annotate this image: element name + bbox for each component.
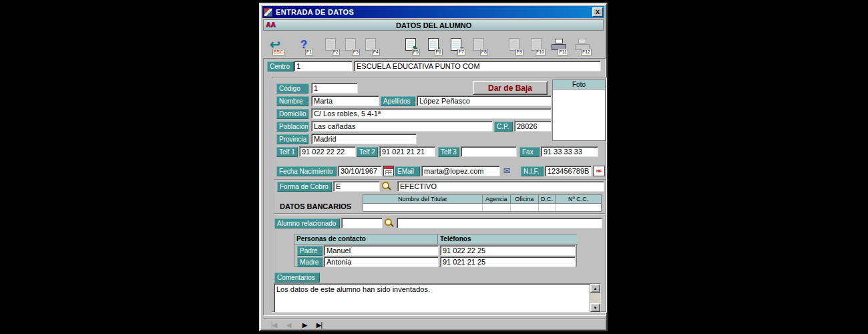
title-bar[interactable]: ENTRADA DE DATOS X [262,6,604,18]
edit-record-button[interactable]: ✎ F5 [401,33,421,55]
app-window: ENTRADA DE DATOS X AA DATOS DEL ALUMNO ↩… [259,3,608,331]
fecha-nacimiento-field[interactable]: 30/10/1967 [338,166,382,176]
bank-header-row: Nombre del Titular Agencia Oficina D.C. … [363,194,602,203]
toolbar-f8-button: F8 [469,33,489,55]
bank-ncc-cell[interactable] [556,204,601,211]
last-record-button[interactable]: ▶| [312,320,326,330]
bank-oficina-cell[interactable] [511,204,539,211]
exit-button[interactable]: ↩ ESC [265,33,285,55]
datos-bancarios-label: DATOS BANCARIOS [280,202,351,210]
student-panel: Código 1 Dar de Baja Foto Nombre Marta A… [272,77,606,312]
nif-icon[interactable]: NIF [593,166,605,176]
help-button[interactable]: ? F1 [294,33,314,55]
toolbar: ↩ ESC ? F1 F2 F3 F4 ✎ F5 + F6 [263,31,604,57]
form-header: AA DATOS DEL ALUMNO [263,19,604,31]
key-label-f2: F2 [332,49,340,55]
font-icon: AA [266,21,275,29]
fax-field[interactable]: 91 33 33 33 [541,146,598,157]
provincia-label: Provincia [276,134,308,144]
forma-cobro-desc-field[interactable]: EFECTIVO [397,181,604,192]
centro-label: Centro [267,61,294,71]
app-icon [264,8,272,17]
poblacion-field[interactable]: Las cañadas [311,121,493,132]
contacts-table: Personas de contacto Teléfonos Padre Man… [294,234,577,267]
provincia-field[interactable]: Madrid [311,134,417,144]
photo-panel: Foto [552,79,606,141]
search-icon[interactable] [381,181,391,191]
key-label-f11: F11 [558,49,568,55]
close-button[interactable]: X [592,7,603,17]
madre-name-field[interactable]: Antonia [324,257,439,267]
fax-label: Fax [519,147,539,157]
bank-agencia-cell[interactable] [483,204,511,211]
padre-phone-field[interactable]: 91 022 22 25 [440,245,576,256]
madre-phone-field[interactable]: 91 021 21 25 [440,257,576,267]
bank-header-titular: Nombre del Titular [363,195,483,203]
codigo-field[interactable]: 1 [311,83,358,94]
search-icon[interactable] [384,218,394,228]
previous-record-button: ◀ [282,320,295,330]
padre-name-field[interactable]: Manuel [324,245,439,256]
new-record-button[interactable]: + F6 [423,33,443,55]
key-label-f1: F1 [305,49,313,55]
poblacion-label: Población [276,122,308,132]
nif-field[interactable]: 123456789B [545,166,592,176]
bank-dc-cell[interactable] [539,204,556,211]
forma-cobro-code-field[interactable]: E [333,181,380,192]
calendar-icon[interactable] [383,166,394,176]
telf1-field[interactable]: 91 022 22 22 [299,146,356,157]
telf2-label: Telf 2 [357,147,378,157]
content-panel: Centro 1 ESCUELA EDUCATIVA PUNTO COM Cód… [263,58,606,316]
key-label-f5: F5 [412,49,420,55]
key-label-f3: F3 [352,49,360,55]
key-label-f9: F9 [515,49,523,55]
scroll-up-icon[interactable]: ▲ [590,284,600,293]
toolbar-f3-button: F3 [341,33,361,55]
toolbar-f9-button: F9 [504,33,524,55]
bank-header-oficina: Oficina [511,195,539,203]
key-label-f12: F12 [581,49,592,55]
nombre-field[interactable]: Marta [311,96,379,106]
domicilio-field[interactable]: C/ Los robles, 5 4-1ª [311,108,552,119]
telf3-label: Telf 3 [438,147,459,157]
photo-label: Foto [553,80,605,90]
centro-name-field[interactable]: ESCUELA EDUCATIVA PUNTO COM [354,61,601,71]
telf3-field[interactable] [461,146,517,157]
comments-scrollbar[interactable]: ▲ ▼ [590,284,600,312]
toolbar-f4-button: F4 [361,33,381,55]
cp-field[interactable]: 28026 [514,121,552,132]
window-title: ENTRADA DE DATOS [276,8,592,16]
next-record-button[interactable]: ▶ [298,320,311,330]
form-title: DATOS DEL ALUMNO [275,21,592,29]
nombre-label: Nombre [276,96,308,106]
email-field[interactable]: marta@lopez.com [421,166,500,176]
key-label-f6: F6 [435,49,443,55]
apellidos-label: Apellidos [381,96,415,106]
comentarios-textarea[interactable]: Los datos de este alumno han sido invent… [274,283,601,313]
alumno-relacionado-code-field[interactable] [341,218,383,228]
key-label-f4: F4 [372,49,380,55]
alumno-relacionado-label: Alumno relacionado [274,218,340,228]
padre-label: Padre [297,246,322,256]
bank-data-row [363,203,602,212]
bank-titular-cell[interactable] [363,204,483,211]
apellidos-field[interactable]: López Peñasco [417,96,552,106]
comentarios-text: Los datos de este alumno han sido invent… [276,285,588,293]
dar-de-baja-button[interactable]: Dar de Baja [473,81,548,95]
record-navigation: |◀ ◀ ▶ ▶| [263,318,606,331]
toolbar-f12-button: F12 [572,33,592,55]
list-records-button[interactable]: ≡ F7 [446,33,466,55]
cp-label: C.P. [494,122,513,132]
telf2-field[interactable]: 91 021 21 21 [379,146,435,157]
scroll-down-icon[interactable]: ▼ [590,303,600,312]
comentarios-label: Comentarios [274,273,320,283]
print-button[interactable]: F11 [549,33,569,55]
email-icon[interactable]: ✉ [501,166,512,176]
nif-label: N.I.F. [521,166,544,176]
contacts-header-telefonos: Teléfonos [437,234,578,244]
alumno-relacionado-name-field[interactable] [397,218,602,228]
forma-cobro-label: Forma de Cobro [277,182,332,192]
centro-code-field[interactable]: 1 [294,61,353,71]
key-label-f8: F8 [480,49,488,55]
email-label: EMail [395,166,420,176]
